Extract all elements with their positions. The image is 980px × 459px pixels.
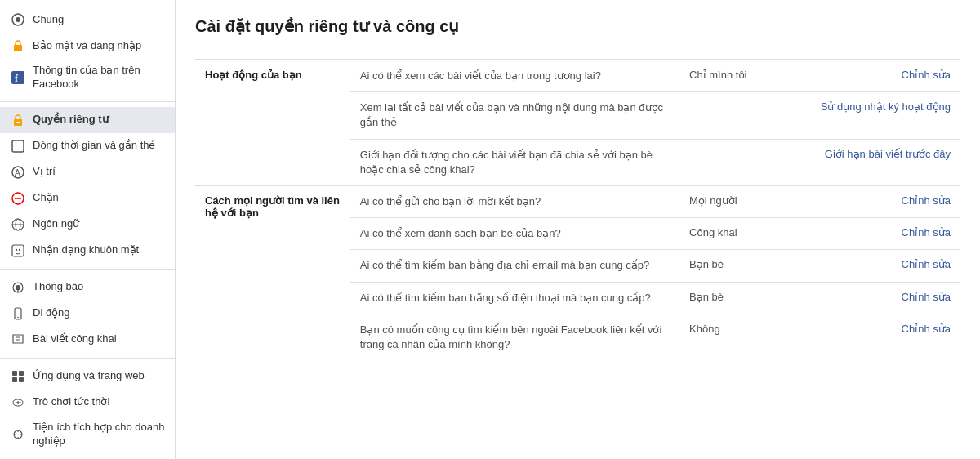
- sidebar-divider-0: [0, 101, 175, 102]
- sidebar: ChungBảo mật và đăng nhậpfThông tin của …: [0, 0, 176, 459]
- action-cell-0-0: Chỉnh sửa: [805, 60, 960, 92]
- chung-icon: [10, 11, 26, 28]
- value-1-0: Mọi người: [679, 185, 805, 217]
- sidebar-item-label-thong-bao: Thông báo: [33, 280, 165, 294]
- sidebar-item-label-bao-mat: Bảo mật và đăng nhập: [33, 39, 165, 53]
- sidebar-item-label-vi-tri: Vị trí: [33, 165, 165, 179]
- action-link-0-0[interactable]: Chỉnh sửa: [902, 69, 951, 81]
- action-link-0-2[interactable]: Giới hạn bài viết trước đây: [825, 148, 951, 160]
- sidebar-item-label-tro-choi: Trò chơi tức thời: [33, 395, 165, 409]
- svg-rect-3: [11, 71, 24, 84]
- category-0: Hoạt động của bạn: [195, 60, 350, 185]
- svg-rect-27: [19, 377, 24, 382]
- value-0-1: [679, 92, 805, 139]
- action-link-1-4[interactable]: Chỉnh sửa: [902, 323, 951, 335]
- sidebar-item-bao-mat[interactable]: Bảo mật và đăng nhập: [0, 33, 175, 59]
- tien-ich-icon: [10, 426, 26, 443]
- sidebar-item-label-tien-ich: Tiện ích tích hợp cho doanh nghiệp: [33, 421, 165, 448]
- table-row: Hoạt động của bạnAi có thể xem các bài v…: [195, 60, 960, 92]
- action-link-1-2[interactable]: Chỉnh sửa: [902, 258, 951, 270]
- tro-choi-icon: [10, 394, 26, 411]
- category-1: Cách mọi người tìm và liên hệ với bạn: [195, 185, 350, 360]
- nhan-dang-khuon-mat-icon: [10, 243, 26, 259]
- action-link-1-3[interactable]: Chỉnh sửa: [902, 291, 951, 303]
- sidebar-item-chan[interactable]: Chặn: [0, 185, 175, 212]
- di-dong-icon: [10, 305, 26, 322]
- sidebar-item-label-bai-viet-cong-khai: Bài viết công khai: [33, 332, 165, 346]
- sidebar-item-thong-bao[interactable]: Thông báo: [0, 274, 175, 301]
- main-content: Cài đặt quyền riêng tư và công cụ Hoạt đ…: [176, 0, 980, 459]
- sidebar-divider-2: [0, 358, 175, 359]
- svg-rect-15: [12, 245, 24, 256]
- dong-thoi-gian-icon: [10, 138, 26, 154]
- sidebar-section-3: Ứng dụng và trang webTrò chơi tức thờiTi…: [0, 363, 175, 459]
- sidebar-item-dong-thoi-gian[interactable]: Dòng thời gian và gắn thẻ: [0, 133, 175, 159]
- value-1-1: Công khai: [679, 218, 805, 250]
- thong-bao-icon: [10, 279, 26, 296]
- sidebar-item-quyen-rieng-tu[interactable]: Quyền riêng tư: [0, 107, 175, 133]
- bao-mat-icon: [10, 38, 26, 54]
- svg-rect-2: [14, 45, 22, 51]
- sidebar-item-label-thong-tin: Thông tin của bạn trên Facebook: [33, 64, 165, 91]
- svg-rect-7: [12, 140, 24, 152]
- description-1-2: Ai có thể tìm kiếm bạn bằng địa chỉ emai…: [350, 250, 679, 282]
- description-0-2: Giới hạn đối tượng cho các bài viết bạn …: [350, 139, 679, 185]
- svg-point-17: [19, 249, 20, 251]
- vi-tri-icon: A: [10, 164, 26, 180]
- sidebar-item-bai-viet-cong-khai[interactable]: Bài viết công khai: [0, 327, 175, 353]
- description-0-1: Xem lại tất cả bài viết của bạn và những…: [350, 92, 679, 139]
- action-link-0-1[interactable]: Sử dụng nhật ký hoạt động: [821, 100, 951, 113]
- sidebar-section-0: ChungBảo mật và đăng nhậpfThông tin của …: [0, 7, 175, 96]
- sidebar-item-chung[interactable]: Chung: [0, 7, 175, 33]
- sidebar-item-vi-tri[interactable]: AVị trí: [0, 159, 175, 185]
- svg-point-16: [16, 249, 17, 251]
- bai-viet-cong-khai-icon: [10, 332, 26, 348]
- sidebar-item-label-chung: Chung: [33, 13, 165, 27]
- value-1-4: Không: [679, 314, 805, 360]
- sidebar-item-nhan-dang-khuon-mat[interactable]: Nhận dạng khuôn mặt: [0, 238, 175, 264]
- description-1-0: Ai có thể gửi cho bạn lời mời kết bạn?: [350, 185, 679, 217]
- sidebar-item-thong-tin[interactable]: fThông tin của bạn trên Facebook: [0, 59, 175, 96]
- svg-point-21: [17, 316, 19, 318]
- sidebar-section-2: Thông báoDi độngBài viết công khai: [0, 274, 175, 353]
- description-0-0: Ai có thể xem các bài viết của bạn trong…: [350, 60, 679, 92]
- settings-table: Hoạt động của bạnAi có thể xem các bài v…: [195, 59, 960, 360]
- table-row: Cách mọi người tìm và liên hệ với bạnAi …: [195, 185, 960, 217]
- action-cell-1-0: Chỉnh sửa: [805, 185, 960, 217]
- description-1-4: Bạn có muốn công cụ tìm kiếm bên ngoài F…: [350, 314, 679, 360]
- svg-point-30: [20, 402, 21, 403]
- svg-rect-6: [16, 122, 20, 123]
- sidebar-item-tien-ich[interactable]: Tiện ích tích hợp cho doanh nghiệp: [0, 416, 175, 453]
- sidebar-item-ung-dung[interactable]: Ứng dụng và trang web: [0, 363, 175, 390]
- description-1-1: Ai có thể xem danh sách bạn bè của bạn?: [350, 218, 679, 250]
- svg-rect-24: [12, 371, 17, 376]
- sidebar-item-quang-cao[interactable]: 📢Quảng cáo: [0, 453, 175, 459]
- sidebar-item-label-dong-thoi-gian: Dòng thời gian và gắn thẻ: [33, 139, 165, 153]
- sidebar-item-label-chan: Chặn: [33, 191, 165, 205]
- action-cell-0-1: Sử dụng nhật ký hoạt động: [805, 92, 960, 139]
- sidebar-item-label-quyen-rieng-tu: Quyền riêng tư: [33, 113, 165, 127]
- svg-point-1: [16, 17, 20, 22]
- sidebar-item-ngon-ngu[interactable]: Ngôn ngữ: [0, 212, 175, 238]
- sidebar-section-1: Quyền riêng tưDòng thời gian và gắn thẻA…: [0, 107, 175, 264]
- svg-text:A: A: [15, 168, 20, 177]
- sidebar-item-label-ung-dung: Ứng dụng và trang web: [33, 369, 165, 383]
- thong-tin-icon: f: [10, 69, 26, 86]
- sidebar-item-di-dong[interactable]: Di động: [0, 301, 175, 327]
- sidebar-item-tro-choi[interactable]: Trò chơi tức thời: [0, 390, 175, 416]
- action-cell-1-2: Chỉnh sửa: [805, 250, 960, 282]
- description-1-3: Ai có thể tìm kiếm bạn bằng số điện thoạ…: [350, 282, 679, 314]
- quyen-rieng-tu-icon: [10, 112, 26, 128]
- action-cell-1-3: Chỉnh sửa: [805, 282, 960, 314]
- action-link-1-0[interactable]: Chỉnh sửa: [902, 194, 951, 207]
- value-1-2: Bạn bè: [679, 250, 805, 282]
- sidebar-item-label-di-dong: Di động: [33, 306, 165, 320]
- action-link-1-1[interactable]: Chỉnh sửa: [902, 226, 951, 238]
- value-0-2: [679, 139, 805, 185]
- sidebar-item-label-nhan-dang-khuon-mat: Nhận dạng khuôn mặt: [33, 243, 165, 257]
- ngon-ngu-icon: [10, 216, 26, 233]
- sidebar-divider-1: [0, 269, 175, 270]
- action-cell-0-2: Giới hạn bài viết trước đây: [805, 139, 960, 185]
- action-cell-1-1: Chỉnh sửa: [805, 218, 960, 250]
- action-cell-1-4: Chỉnh sửa: [805, 314, 960, 360]
